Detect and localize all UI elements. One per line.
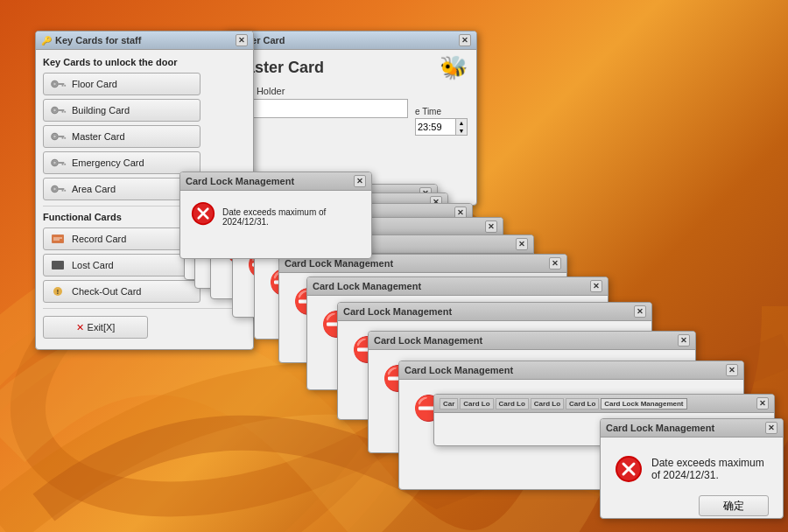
clm-title-7: Card Lock Management [285, 258, 393, 269]
key-icon-emergency [51, 158, 67, 168]
svg-rect-5 [58, 83, 64, 85]
error-circle-icon [615, 455, 643, 483]
main-window-icon: 🔑 [41, 36, 52, 46]
svg-rect-25 [58, 188, 64, 190]
record-card-label: Record Card [72, 234, 126, 244]
master-card-button[interactable]: Master Card [43, 125, 201, 148]
floor-card-button[interactable]: Floor Card [43, 73, 201, 95]
svg-rect-12 [64, 111, 66, 113]
clm-title-4: Card Lock Management [374, 335, 482, 346]
clm-close-3[interactable]: ✕ [726, 364, 738, 376]
clm-titlebar-5: Card Lock Management ✕ [338, 303, 651, 321]
svg-rect-17 [64, 137, 66, 139]
area-card-label: Area Card [72, 184, 116, 194]
clm-close-first[interactable]: ✕ [354, 175, 366, 187]
svg-point-24 [53, 187, 57, 191]
ok-button[interactable]: 确定 [699, 495, 769, 516]
clm-close-8[interactable]: ✕ [516, 238, 528, 250]
svg-point-19 [53, 161, 57, 164]
master-card-title: Master Card [233, 59, 468, 77]
clm-close-4[interactable]: ✕ [678, 334, 690, 346]
emergency-card-button[interactable]: Emergency Card [43, 151, 201, 174]
checkout-card-label: Check-Out Card [72, 286, 141, 297]
record-card-button[interactable]: Record Card [43, 228, 201, 250]
section1-title: Key Cards to unlock the door [43, 57, 246, 67]
time-down-arrow[interactable]: ▼ [456, 127, 467, 135]
main-titlebar: 🔑 Key Cards for staff ✕ [36, 32, 253, 50]
checkout-icon: ! [51, 286, 67, 297]
master-close-button[interactable]: ✕ [459, 34, 471, 46]
first-error-text: Date exceeds maximum of 2024/12/31. [222, 207, 361, 227]
clm-title-first: Card Lock Management [186, 176, 294, 186]
bee-decoration: 🐝 [440, 54, 468, 81]
error-icon-first [191, 201, 215, 232]
card-holder-input[interactable] [233, 99, 408, 118]
time-spinner: ▲ ▼ [455, 119, 467, 135]
svg-rect-21 [62, 164, 64, 165]
exit-x-icon: ✕ [76, 322, 84, 333]
building-card-label: Building Card [72, 105, 130, 116]
clm-titlebar-3: Card Lock Management ✕ [399, 361, 743, 380]
error-row: Date exceeds maximum of 2024/12/31. [615, 455, 769, 483]
key-icon-floor [51, 79, 67, 89]
svg-point-4 [53, 82, 57, 86]
exit-button[interactable]: ✕ Exit[X] [43, 316, 148, 339]
clm-close-5[interactable]: ✕ [634, 305, 646, 318]
floor-card-label: Floor Card [72, 79, 117, 89]
clm-body-first: Date exceeds maximum of 2024/12/31. [180, 191, 371, 242]
clm-title-5: Card Lock Management [343, 306, 452, 317]
key-icon-master [51, 131, 67, 142]
key-icon-area [51, 184, 67, 194]
svg-point-14 [53, 135, 57, 138]
clm-body-front: Date exceeds maximum of 2024/12/31. 确定 [601, 438, 783, 530]
clm-close-6[interactable]: ✕ [590, 280, 602, 292]
svg-rect-29 [53, 235, 63, 242]
clm-titlebar-4: Card Lock Management ✕ [369, 332, 695, 350]
clm-titlebar-first: Card Lock Management ✕ [180, 172, 371, 191]
clm-titlebar-2: Car Card Lo Card Lo Card Lo Card Lo Card… [434, 395, 774, 413]
building-card-button[interactable]: Building Card [43, 99, 201, 122]
svg-rect-6 [62, 85, 64, 87]
svg-rect-11 [62, 111, 64, 113]
svg-rect-7 [64, 85, 66, 87]
time-input[interactable] [416, 120, 455, 134]
mini-tab-4[interactable]: Card Lo [531, 398, 564, 410]
exit-label: Exit[X] [88, 322, 116, 332]
clm-titlebar-6: Card Lock Management ✕ [307, 277, 608, 296]
svg-rect-20 [58, 162, 64, 164]
checkout-card-button[interactable]: ! Check-Out Card [43, 280, 201, 303]
mini-tab-1[interactable]: Car [440, 398, 458, 410]
key-icon-building [51, 105, 67, 116]
master-card-label: Master Card [72, 131, 125, 142]
svg-rect-16 [62, 137, 64, 139]
svg-rect-27 [64, 190, 66, 192]
time-label: e Time [415, 107, 468, 116]
mini-tab-3[interactable]: Card Lo [496, 398, 529, 410]
svg-point-9 [53, 108, 57, 112]
card-holder-label: Card Holder [233, 86, 468, 96]
master-window-body: Master Card 🐝 Card Holder e Time ▲ ▼ [224, 50, 476, 134]
area-card-button[interactable]: Area Card [43, 178, 201, 200]
mini-tab-5[interactable]: Card Lo [566, 398, 599, 410]
emergency-card-label: Emergency Card [72, 158, 144, 168]
mini-tabs: Car Card Lo Card Lo Card Lo Card Lo Card… [440, 398, 687, 410]
clm-close-front[interactable]: ✕ [765, 422, 777, 434]
time-up-arrow[interactable]: ▲ [456, 119, 467, 127]
svg-rect-10 [58, 109, 64, 111]
clm-close-mini[interactable]: ✕ [756, 397, 769, 410]
clm-titlebar-front: Card Lock Management ✕ [601, 419, 783, 438]
main-close-button[interactable]: ✕ [236, 34, 248, 46]
clm-close-7[interactable]: ✕ [549, 257, 561, 270]
lost-card-button[interactable]: Lost Card [43, 254, 201, 276]
divider-2 [43, 308, 246, 309]
mini-tab-2[interactable]: Card Lo [460, 398, 493, 410]
master-titlebar: Master Card ✕ [224, 32, 476, 50]
svg-rect-22 [64, 164, 66, 165]
time-section: e Time ▲ ▼ [415, 107, 468, 136]
titlebar-left: 🔑 Key Cards for staff [41, 35, 141, 46]
svg-text:!: ! [57, 289, 59, 295]
clm-dialog-first: Card Lock Management ✕ Date exceeds maxi… [179, 172, 372, 259]
mini-tab-active[interactable]: Card Lock Management [601, 398, 686, 410]
clm-close-9[interactable]: ✕ [485, 220, 497, 233]
svg-rect-33 [53, 262, 63, 269]
